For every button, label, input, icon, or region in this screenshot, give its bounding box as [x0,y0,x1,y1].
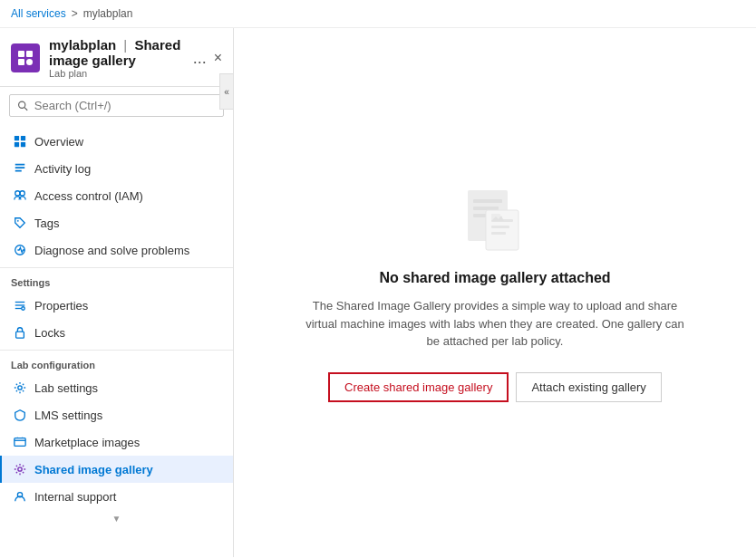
sidebar-item-shared-image-gallery[interactable]: Shared image gallery [0,456,233,483]
breadcrumb-current: mylabplan [83,7,133,20]
sidebar-item-overview[interactable]: Overview [0,128,233,155]
svg-rect-9 [21,142,25,147]
svg-point-13 [15,191,20,196]
breadcrumb-all-services[interactable]: All services [11,7,66,20]
sidebar-item-activity-log[interactable]: Activity log [0,155,233,182]
svg-rect-1 [26,51,33,57]
svg-rect-11 [15,167,25,168]
properties-icon [13,298,27,313]
svg-rect-7 [21,136,25,140]
svg-rect-23 [15,438,25,447]
sidebar-item-activity-log-label: Activity log [34,162,91,176]
svg-point-22 [18,386,22,390]
locks-icon [13,325,27,340]
empty-state-title: No shared image gallery attached [379,270,610,286]
action-buttons: Create shared image gallery Attach exist… [328,372,662,402]
internal-support-icon [13,489,27,504]
sidebar-item-internal-support[interactable]: Internal support [0,483,233,510]
resource-subtitle: Lab plan [49,68,184,79]
labplan-icon [16,49,34,67]
lms-settings-icon [13,408,27,422]
sidebar-item-locks-label: Locks [34,326,65,340]
close-button[interactable]: × [214,50,222,66]
svg-rect-28 [473,207,499,210]
attach-existing-gallery-button[interactable]: Attach existing gallery [516,372,661,402]
svg-rect-2 [18,59,24,65]
tags-icon [13,216,27,230]
resource-header: mylabplan | Shared image gallery Lab pla… [0,28,233,87]
sidebar-item-shared-image-gallery-label: Shared image gallery [34,463,153,476]
create-shared-gallery-button[interactable]: Create shared image gallery [328,372,509,402]
svg-rect-21 [16,332,24,338]
shared-image-gallery-icon [13,462,27,476]
sidebar-item-marketplace-images[interactable]: Marketplace images [0,428,233,456]
svg-rect-12 [15,170,22,172]
sidebar-item-lab-settings-label: Lab settings [34,381,98,395]
svg-point-4 [19,101,25,108]
lab-settings-icon [13,380,27,395]
svg-rect-10 [15,164,25,166]
sidebar-item-access-control-label: Access control (IAM) [34,189,143,203]
sidebar-item-tags[interactable]: Tags [0,209,233,236]
header-actions: ... × [193,49,222,68]
sidebar: mylabplan | Shared image gallery Lab pla… [0,28,234,557]
sidebar-item-lms-settings[interactable]: LMS settings [0,401,233,428]
sidebar-item-internal-support-label: Internal support [34,490,116,504]
svg-point-3 [26,59,33,65]
overview-icon [13,134,27,149]
empty-state-description: The Shared Image Gallery provides a simp… [305,297,685,351]
access-control-icon [13,188,27,203]
svg-point-15 [17,220,19,222]
diagnose-icon [13,243,27,257]
main-content: No shared image gallery attached The Sha… [234,28,756,557]
svg-rect-0 [18,51,24,57]
svg-line-5 [24,107,27,110]
sidebar-item-properties[interactable]: Properties [0,292,233,319]
svg-rect-6 [15,136,19,140]
more-options-button[interactable]: ... [193,49,207,68]
nav-list: Overview Activity log Access control (IA… [0,124,233,557]
resource-icon [11,43,40,72]
collapse-sidebar-button[interactable]: « [219,73,234,110]
settings-section-label: Settings [0,267,233,292]
lab-config-section-label: Lab configuration [0,350,233,374]
svg-point-20 [22,307,25,311]
svg-rect-32 [491,226,509,228]
sidebar-item-lms-settings-label: LMS settings [34,409,102,422]
svg-rect-30 [486,210,519,250]
breadcrumb-separator: > [72,7,78,20]
svg-point-24 [18,467,22,471]
sidebar-item-overview-label: Overview [34,135,83,149]
svg-point-14 [20,191,24,196]
resource-title: mylabplan | Shared image gallery [49,37,184,68]
search-input[interactable] [34,99,216,112]
svg-rect-8 [15,142,19,147]
sidebar-item-locks[interactable]: Locks [0,319,233,346]
marketplace-images-icon [13,435,27,449]
search-icon [17,100,29,112]
activity-log-icon [13,161,27,176]
sidebar-item-lab-settings[interactable]: Lab settings [0,374,233,401]
content-area: No shared image gallery attached The Sha… [234,28,756,557]
svg-rect-27 [473,199,502,203]
search-box [9,94,224,117]
empty-state-illustration [459,183,531,255]
scroll-indicator: ▼ [0,510,233,527]
svg-rect-33 [491,232,506,235]
sidebar-item-marketplace-images-label: Marketplace images [34,436,140,449]
breadcrumb: All services > mylabplan [0,0,756,28]
sidebar-item-tags-label: Tags [34,216,59,230]
header-text: mylabplan | Shared image gallery Lab pla… [49,37,184,79]
sidebar-item-access-control[interactable]: Access control (IAM) [0,182,233,209]
sidebar-item-properties-label: Properties [34,299,88,313]
sidebar-item-diagnose[interactable]: Diagnose and solve problems [0,236,233,264]
sidebar-item-diagnose-label: Diagnose and solve problems [34,244,189,257]
